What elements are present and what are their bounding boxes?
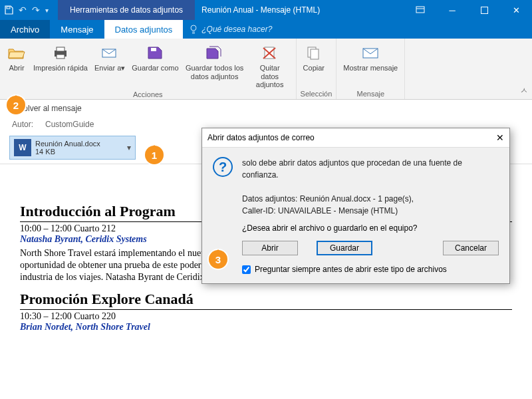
dialog-close-button[interactable]: ✕ — [496, 132, 504, 143]
tab-message[interactable]: Mensaje — [50, 20, 104, 39]
tell-me-placeholder: ¿Qué desea hacer? — [201, 25, 272, 34]
save-as-icon — [145, 43, 165, 63]
save-all-button[interactable]: Guardar todos los datos adjuntos — [183, 41, 247, 90]
dialog-warning-line: solo debe abrir datos adjuntos que proce… — [242, 157, 499, 181]
printer-icon — [51, 43, 70, 63]
ribbon: Abrir Impresión rápida Enviar a▾ Guardar… — [0, 39, 532, 100]
send-as-button[interactable]: Enviar a▾ — [92, 41, 128, 90]
copy-label: Copiar — [303, 64, 325, 72]
author-label: Autor: — [12, 120, 33, 129]
section2-speaker: Brian Nordet, North Shore Travel — [20, 322, 512, 332]
group-label-message: Mensaje — [340, 90, 400, 98]
svg-rect-16 — [311, 49, 319, 59]
always-ask-checkbox[interactable] — [242, 265, 251, 274]
remove-attachment-button[interactable]: Quitar datos adjuntos — [248, 41, 292, 90]
undo-icon[interactable]: ↶ — [19, 5, 27, 15]
minimize-button[interactable]: ─ — [436, 0, 468, 20]
quick-print-label: Impresión rápida — [33, 64, 88, 72]
dialog-text: solo debe abrir datos adjuntos que proce… — [242, 157, 499, 217]
envelope-icon — [360, 43, 380, 63]
tab-attachments[interactable]: Datos adjuntos — [104, 20, 184, 39]
copy-icon — [304, 43, 324, 63]
dialog-question: ¿Desea abrir el archivo o guardarlo en e… — [202, 221, 509, 238]
tab-file[interactable]: Archivo — [0, 20, 50, 39]
lightbulb-icon — [190, 25, 198, 34]
save-all-icon — [205, 43, 225, 63]
group-label-selection: Selección — [301, 90, 332, 98]
ribbon-tabs: Archivo Mensaje Datos adjuntos ¿Qué dese… — [0, 20, 532, 39]
ribbon-options-icon[interactable] — [404, 0, 436, 20]
quick-access-toolbar: ↶ ↷ ▾ — [0, 5, 53, 15]
contextual-tab-title: Herramientas de datos adjuntos — [58, 0, 195, 20]
save-icon[interactable] — [4, 5, 13, 15]
tell-me-search[interactable]: ¿Qué desea hacer? — [190, 20, 272, 39]
copy-button[interactable]: Copiar — [301, 41, 327, 74]
save-as-button[interactable]: Guardar como — [129, 41, 181, 90]
back-to-message-row: ← Volver al mensaje — [0, 100, 532, 117]
quick-print-button[interactable]: Impresión rápida — [31, 41, 90, 90]
callout-3: 3 — [209, 250, 227, 269]
send-as-label: Enviar a▾ — [94, 64, 125, 72]
svg-rect-11 — [151, 48, 156, 51]
svg-rect-8 — [57, 47, 65, 51]
svg-point-4 — [191, 25, 196, 31]
dialog-cancel-button[interactable]: Cancelar — [443, 241, 499, 255]
open-attachment-dialog: Abrir datos adjuntos de correo ✕ ? solo … — [201, 128, 510, 284]
maximize-button[interactable] — [468, 0, 500, 20]
section2-title: Promoción Explore Canadá — [20, 291, 512, 308]
attachment-filename: Reunión Anual.docx — [35, 140, 100, 148]
svg-rect-9 — [57, 55, 65, 59]
ribbon-group-selection: Copiar Selección — [297, 39, 337, 99]
ribbon-group-message: Mostrar mensaje Mensaje — [336, 39, 405, 99]
save-all-label: Guardar todos los datos adjuntos — [186, 64, 244, 80]
show-message-label: Mostrar mensaje — [343, 64, 398, 72]
ribbon-group-actions: Abrir Impresión rápida Enviar a▾ Guardar… — [0, 39, 297, 99]
open-label: Abrir — [9, 64, 24, 72]
collapse-ribbon-icon[interactable]: ㅅ — [520, 85, 528, 96]
author-value: CustomGuide — [45, 120, 94, 129]
open-folder-icon — [7, 43, 27, 63]
qat-chevron-down-icon[interactable]: ▾ — [45, 7, 49, 14]
save-as-label: Guardar como — [132, 64, 178, 72]
section2-time: 10:30 – 12:00 Cuarto 220 — [20, 311, 512, 322]
send-as-icon — [100, 43, 120, 63]
dialog-callerid-line: Caller-ID: UNAVAILABLE - Mensaje (HTML) — [242, 205, 499, 217]
window-title: Reunión Anual - Mensaje (HTML) — [201, 5, 320, 15]
svg-rect-1 — [416, 7, 424, 13]
attachment-size: 14 KB — [35, 148, 100, 156]
group-label-actions: Acciones — [4, 90, 292, 98]
svg-rect-3 — [481, 7, 487, 13]
attachment-chip[interactable]: W Reunión Anual.docx 14 KB ▾ — [9, 136, 136, 160]
callout-2: 2 — [7, 96, 25, 114]
callout-1: 1 — [145, 146, 164, 164]
dialog-save-button[interactable]: Guardar — [317, 241, 372, 255]
back-to-message-link[interactable]: Volver al mensaje — [19, 104, 82, 113]
question-mark-icon: ? — [213, 157, 233, 177]
titlebar: ↶ ↷ ▾ Herramientas de datos adjuntos Reu… — [0, 0, 532, 20]
dialog-title: Abrir datos adjuntos de correo — [207, 133, 315, 142]
remove-label: Quitar datos adjuntos — [251, 64, 289, 89]
remove-attachment-icon — [260, 43, 280, 63]
word-file-icon: W — [14, 139, 31, 156]
open-button[interactable]: Abrir — [4, 41, 29, 90]
dialog-open-button[interactable]: Abrir — [242, 241, 298, 255]
dialog-attachment-line: Datos adjuntos: Reunión Anual.docx - 1 p… — [242, 193, 499, 205]
redo-icon[interactable]: ↷ — [32, 5, 40, 15]
close-button[interactable]: ✕ — [500, 0, 532, 20]
chevron-down-icon[interactable]: ▾ — [127, 143, 131, 152]
show-message-button[interactable]: Mostrar mensaje — [340, 41, 400, 74]
svg-rect-0 — [7, 7, 10, 9]
always-ask-label: Preguntar siempre antes de abrir este ti… — [255, 265, 447, 274]
